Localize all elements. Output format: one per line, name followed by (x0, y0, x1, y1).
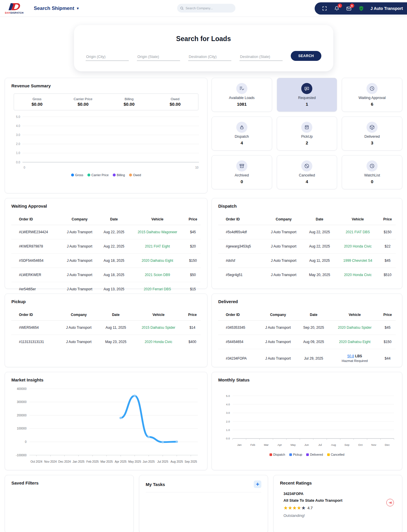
revenue-chart: 5.04.03.02.01.00.0010 (11, 113, 201, 172)
verified-shield-icon[interactable] (358, 6, 364, 11)
date-cell: Jul 29, 2025 (297, 349, 330, 368)
legend-label: Pickup (293, 453, 302, 456)
pickup-table: Order IDCompanyDateVehiclePrice #WER5465… (11, 310, 201, 349)
vehicle-link[interactable]: 2015 Daihatsu Wagoneer (138, 230, 177, 234)
monthly-status-chart: 5.04.03.02.01.00.0JanFebMarAprMayJunJulA… (218, 390, 396, 452)
price-cell: $14 (184, 321, 201, 335)
table-row: #KWER879878 J Auto Transport Aug 22, 202… (11, 239, 201, 254)
fullscreen-icon[interactable] (322, 6, 327, 11)
app-logo[interactable]: DAYDISPATCH (3, 3, 25, 14)
search-shipment-menu[interactable]: Search Shipment ▼ (34, 6, 80, 11)
vehicle-link[interactable]: 2020 Daihatsu Spider (338, 326, 371, 330)
legend-item: Gross (71, 173, 83, 177)
stat-label: Carrier Price (60, 97, 106, 101)
vehicle-cell: 50.8 LBSHazmat Required (330, 349, 379, 368)
vehicle-link[interactable]: 2020 Honda Civic (344, 273, 372, 277)
svg-text:10: 10 (195, 166, 199, 169)
date-cell: Aug 11, 2025 (303, 254, 336, 268)
weight-link[interactable]: 50.8 (347, 354, 354, 358)
vehicle-link[interactable]: 2021 FIAT DBS (346, 230, 370, 234)
svg-text:Oct 2024: Oct 2024 (31, 460, 43, 463)
column-header: Date (99, 310, 133, 321)
my-tasks-title: My Tasks (146, 482, 165, 487)
status-tile-cancelled[interactable]: Cancelled 4 (277, 155, 337, 189)
destination-city-input[interactable] (188, 53, 231, 61)
svg-text:Jul 2025: Jul 2025 (157, 460, 168, 463)
status-tile-pickup[interactable]: PickUp 2 (277, 116, 337, 151)
legend-swatch-icon (306, 453, 309, 456)
vehicle-link[interactable]: 2020 Ferrari DBS (144, 287, 171, 291)
table-row: #34234FOPA J Auto Transport Jul 29, 2025… (218, 349, 396, 368)
account-name[interactable]: J Auto Transport (371, 6, 403, 11)
tile-value: 0 (371, 179, 373, 184)
add-task-button[interactable]: + (254, 480, 261, 488)
search-company-input[interactable] (186, 6, 229, 10)
stat-value: $0.00 (152, 102, 198, 107)
tile-value: 2 (306, 140, 308, 145)
status-tile-archived[interactable]: Archived 0 (212, 155, 272, 189)
notifications-bell-icon[interactable]: 1 (334, 6, 340, 11)
legend-swatch-icon (327, 453, 330, 456)
date-cell: Aug 22, 2025 (98, 225, 130, 239)
tile-value: 1081 (237, 102, 246, 107)
mail-badge: 9 (350, 3, 354, 8)
destination-state-input[interactable] (239, 53, 283, 61)
column-header: Date (98, 214, 130, 225)
origin-city-input[interactable] (86, 53, 129, 61)
svg-text:Jan: Jan (237, 443, 242, 446)
table-row: #5s4df65s4df J Auto Transport Aug 22, 20… (218, 225, 396, 239)
legend-swatch-icon (113, 174, 116, 176)
rating-stars: ★★★★★ 4.7 (283, 505, 396, 511)
svg-text:5.0: 5.0 (226, 394, 230, 397)
column-header: Date (303, 214, 336, 225)
svg-text:1.0: 1.0 (226, 428, 230, 432)
vehicle-link[interactable]: 2020 Honda Civic (145, 340, 172, 344)
vehicle-link[interactable]: 2020 Daihatsu Eight (142, 259, 173, 263)
vehicle-cell: 2020 Honda Civic (336, 268, 379, 282)
my-tasks-card: My Tasks + (139, 475, 268, 532)
vehicle-link[interactable]: 2020 Daihatsu Eight (339, 340, 370, 344)
status-tile-available-loads[interactable]: Available Loads 1081 (212, 78, 272, 112)
tile-label: WatchList (364, 173, 380, 177)
market-insights-card: Market Insights 400000300000200000100000… (5, 372, 207, 470)
tile-label: Requested (298, 96, 316, 100)
vehicle-link[interactable]: 2015 Daihatsu Spider (142, 326, 175, 330)
order-id-cell: #SDF54454654 (11, 254, 61, 268)
svg-text:Aug: Aug (331, 443, 336, 446)
origin-state-input[interactable] (137, 53, 180, 61)
status-tile-watchlist[interactable]: WatchList 0 (342, 155, 402, 189)
vehicle-link[interactable]: 2020 Honda Civic (344, 244, 372, 248)
column-header: Price (185, 214, 201, 225)
svg-text:Nov: Nov (371, 443, 376, 446)
revenue-stat: Carrier Price $0.00 (60, 97, 106, 107)
company-cell: J Auto Transport (264, 254, 303, 268)
legend-swatch-icon (289, 453, 292, 456)
status-tile-delivered[interactable]: Delivered 3 (342, 116, 402, 151)
legend-label: Delivered (310, 453, 323, 456)
tile-label: Archived (235, 173, 249, 177)
package-icon (367, 122, 378, 133)
company-cell: J Auto Transport (61, 254, 98, 268)
revenue-stat: Gross $0.00 (14, 97, 60, 107)
column-header: Vehicle (130, 214, 185, 225)
rating-value: 4.7 (307, 506, 313, 510)
monthly-status-card: Monthly Status 5.04.03.02.01.00.0JanFebM… (212, 372, 402, 470)
list-check-icon (236, 83, 247, 94)
search-loads-button[interactable]: SEARCH (291, 51, 322, 61)
delivered-table: Order IDCompanyDateVehiclePrice #3453533… (218, 310, 396, 367)
vehicle-link[interactable]: 1999 Chevrolet S4 (343, 259, 372, 263)
vehicle-link[interactable]: 2021 Scion DB9 (145, 273, 170, 277)
vehicle-link[interactable]: 2021 FIAT Eight (145, 244, 170, 248)
table-row: #WER54654 J Auto Transport Aug 11, 2025 … (11, 321, 201, 335)
status-tile-waiting-approval[interactable]: Waiting Approval 6 (342, 78, 402, 112)
svg-text:0: 0 (25, 440, 27, 443)
order-id-cell: #LWERWE234424 (11, 225, 61, 239)
table-row: #SDF54454654 J Auto Transport Aug 18, 20… (11, 254, 201, 268)
status-tile-dispatch[interactable]: Dispatch 4 (212, 116, 272, 151)
cancel-icon (301, 160, 312, 172)
archive-icon (236, 160, 247, 172)
order-id-cell: #LWERKWER (11, 268, 61, 282)
mail-icon[interactable]: 9 (346, 6, 352, 11)
status-tile-requested[interactable]: Requested 1 (277, 78, 337, 112)
rating-goto-button[interactable] (386, 499, 394, 506)
